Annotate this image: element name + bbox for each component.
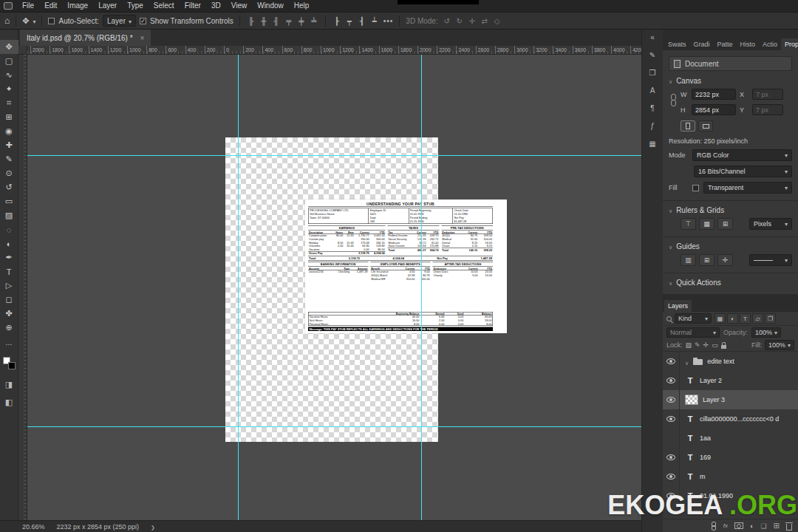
panel-tab-gradi[interactable]: Gradi: [690, 38, 714, 50]
crop-tool[interactable]: ⌗: [0, 96, 18, 110]
guides-section-header[interactable]: Guides: [669, 242, 792, 250]
layer-row[interactable]: TLayer 2: [663, 371, 798, 390]
blend-mode-dropdown[interactable]: Normal: [666, 327, 720, 338]
more-options-icon[interactable]: •••: [383, 17, 394, 25]
visibility-toggle[interactable]: [663, 409, 680, 429]
eraser-tool[interactable]: ▭: [0, 194, 18, 208]
menu-edit[interactable]: Edit: [39, 0, 62, 12]
canvas-area[interactable]: UNDERSTANDING YOUR PAY STUB PROCESSING C…: [27, 55, 641, 520]
menu-layer[interactable]: Layer: [93, 0, 122, 12]
chevron-down-icon[interactable]: [685, 355, 689, 368]
adjustment-layer-icon[interactable]: [750, 522, 754, 530]
lock-transparent-pixels-icon[interactable]: ▨: [686, 341, 692, 349]
layer-row[interactable]: Layer 3: [663, 390, 798, 409]
panel-tab-patte[interactable]: Patte: [714, 38, 737, 50]
distribute-right-icon[interactable]: ┨: [357, 17, 367, 25]
menu-help[interactable]: Help: [289, 0, 315, 12]
menu-image[interactable]: Image: [62, 0, 93, 12]
lock-all-icon[interactable]: [721, 345, 726, 349]
panel-tab-actio[interactable]: Actio: [759, 38, 781, 50]
collapse-panels-icon[interactable]: «: [650, 33, 655, 41]
lock-image-pixels-icon[interactable]: ✎: [695, 341, 700, 349]
quick-mask-icon[interactable]: [5, 377, 13, 390]
align-bottom-icon[interactable]: ╧: [309, 17, 319, 25]
gradient-tool[interactable]: ▨: [0, 208, 18, 222]
clear-guides-icon[interactable]: ✛: [717, 254, 733, 266]
character-icon[interactable]: A: [650, 86, 655, 95]
panel-tab-layers[interactable]: Layers: [664, 300, 692, 312]
zoom-tool[interactable]: ⊕: [0, 321, 18, 335]
layers-fill-dropdown[interactable]: 100%: [765, 340, 794, 350]
width-input[interactable]: 2232 px: [692, 89, 736, 100]
visibility-toggle[interactable]: [663, 467, 680, 486]
type-tool[interactable]: T: [0, 265, 18, 279]
clone-stamp-tool[interactable]: ⊙: [0, 166, 18, 180]
menu-3d[interactable]: 3D: [206, 0, 226, 12]
shape-tool[interactable]: ◻: [0, 293, 18, 307]
units-dropdown[interactable]: Pixels: [749, 218, 792, 230]
visibility-toggle[interactable]: [663, 352, 680, 371]
menu-filter[interactable]: Filter: [180, 0, 206, 12]
new-group-icon[interactable]: [761, 522, 767, 530]
distribute-center-icon[interactable]: ┯: [344, 17, 355, 25]
vertical-ruler[interactable]: [18, 55, 27, 520]
visibility-toggle[interactable]: [663, 371, 680, 390]
menu-file[interactable]: File: [17, 0, 39, 12]
lock-guides-icon[interactable]: ⊞: [699, 254, 715, 266]
panel-tab-properties[interactable]: Properties: [781, 38, 798, 50]
toggle-rulers-icon[interactable]: ⊤: [681, 218, 696, 230]
edit-toolbar-icon[interactable]: [6, 336, 13, 349]
frame-tool[interactable]: ⊞: [0, 110, 18, 124]
menu-window[interactable]: Window: [252, 0, 289, 12]
menu-select[interactable]: Select: [149, 0, 180, 12]
clone-source-icon[interactable]: ❐: [649, 69, 656, 77]
filter-type-layers-icon[interactable]: T: [740, 313, 751, 324]
filter-kind-dropdown[interactable]: Kind: [675, 313, 712, 324]
layer-row[interactable]: edite text: [663, 352, 798, 371]
quick-selection-tool[interactable]: ✦: [0, 82, 18, 96]
guide-style-dropdown[interactable]: [749, 254, 792, 266]
align-center-vertical-icon[interactable]: ╪: [296, 17, 307, 25]
filter-adjustment-layers-icon[interactable]: ◐: [727, 313, 738, 324]
move-tool[interactable]: ✥: [0, 40, 18, 54]
rulers-grids-section-header[interactable]: Rulers & Grids: [669, 206, 792, 214]
document-tab[interactable]: Italy id.psd @ 20.7% (RGB/16) *: [20, 30, 151, 46]
height-input[interactable]: 2854 px: [692, 104, 736, 115]
quick-actions-section-header[interactable]: Quick Actions: [669, 279, 792, 287]
lasso-tool[interactable]: ∿: [0, 68, 18, 82]
3d-drag-icon[interactable]: ✛: [467, 17, 477, 25]
opacity-dropdown[interactable]: 100%: [751, 327, 781, 338]
blur-tool[interactable]: ◌: [0, 222, 18, 236]
toggle-snap-icon[interactable]: ⊞: [717, 218, 733, 230]
background-color-swatch[interactable]: [8, 362, 16, 369]
3d-scale-icon[interactable]: ◇: [492, 17, 502, 25]
fill-checkbox[interactable]: [692, 185, 699, 191]
panel-tab-swats[interactable]: Swats: [664, 38, 690, 50]
vertical-guide[interactable]: [421, 55, 422, 520]
horizontal-ruler[interactable]: 2000180016001400120010008006004002000200…: [27, 46, 641, 55]
marquee-tool[interactable]: ▢: [0, 54, 18, 68]
menu-type[interactable]: Type: [122, 0, 149, 12]
fill-dropdown[interactable]: Transparent: [703, 182, 792, 194]
panel-tab-histo[interactable]: Histo: [737, 38, 760, 50]
document-selector[interactable]: Document: [669, 56, 792, 71]
caret-down-icon[interactable]: [33, 17, 35, 25]
layer-row[interactable]: T1aa: [663, 429, 798, 448]
new-guide-layout-icon[interactable]: ▥: [681, 254, 696, 266]
screen-mode-icon[interactable]: [5, 395, 13, 408]
filter-smart-objects-icon[interactable]: ❐: [765, 313, 776, 324]
paystub-image-layer[interactable]: UNDERSTANDING YOUR PAY STUB PROCESSING C…: [305, 200, 507, 333]
align-right-icon[interactable]: ╢: [271, 17, 282, 25]
brush-settings-icon[interactable]: ✎: [649, 51, 655, 59]
healing-brush-tool[interactable]: ✚: [0, 138, 18, 152]
libraries-icon[interactable]: ▦: [649, 140, 655, 148]
hand-tool[interactable]: ✤: [0, 307, 18, 321]
canvas-section-header[interactable]: Canvas: [669, 77, 792, 85]
eyedropper-tool[interactable]: ◉: [0, 124, 18, 138]
dodge-tool[interactable]: ◐: [0, 236, 18, 250]
link-layers-icon[interactable]: [711, 522, 717, 530]
link-dimensions-icon[interactable]: [670, 94, 676, 107]
layer-row[interactable]: Tcilla0000000...ccccccc<0 d: [663, 409, 798, 429]
bit-depth-dropdown[interactable]: 16 Bits/Channel: [694, 166, 792, 177]
path-selection-tool[interactable]: ▷: [0, 279, 18, 293]
